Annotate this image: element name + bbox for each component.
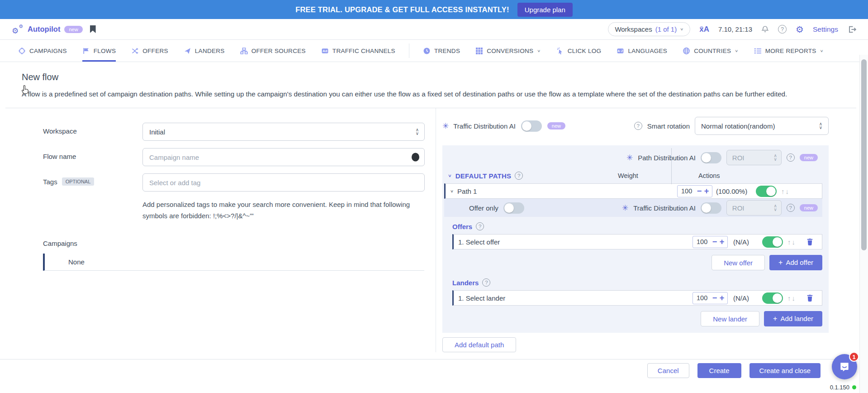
logout-button[interactable] — [847, 25, 856, 34]
tab-more-reports[interactable]: MORE REPORTS ∨ — [754, 40, 824, 62]
settings-gear-button[interactable]: ⚙ — [796, 25, 804, 34]
bookmark-icon[interactable] — [90, 25, 96, 33]
path-name: Path 1 — [457, 187, 477, 195]
create-and-close-button[interactable]: Create and close — [749, 363, 821, 378]
plus-icon[interactable]: + — [718, 238, 726, 246]
path-row[interactable]: ∨ Path 1 − + (100.00%) ↑ ↓ — [444, 183, 822, 199]
delete-offer-button[interactable] — [806, 238, 814, 246]
path-ai-toggle[interactable] — [701, 152, 721, 163]
add-lander-button[interactable]: +Add lander — [764, 311, 822, 326]
path-traffic-ai-toggle[interactable] — [701, 202, 721, 214]
new-offer-button[interactable]: New offer — [711, 255, 765, 270]
flow-name-indicator-dot[interactable] — [412, 153, 419, 162]
move-up-icon[interactable]: ↑ — [781, 187, 785, 195]
collapse-chevron-icon[interactable]: ∨ — [448, 173, 452, 178]
status-dot — [852, 385, 856, 389]
path-traffic-ai-roi-select[interactable]: ROI ∧∨ — [726, 200, 782, 216]
settings-link[interactable]: Settings — [813, 25, 838, 34]
scrollbar-track[interactable] — [859, 55, 868, 393]
weight-column-header: Weight — [618, 172, 638, 179]
select-stepper-icon: ∧∨ — [819, 122, 822, 129]
select-stepper-icon: ∧∨ — [773, 204, 777, 211]
move-up-icon[interactable]: ↑ — [787, 238, 791, 246]
lander-enabled-toggle[interactable] — [762, 292, 783, 304]
page-description: A flow is a predefined set of campaign d… — [22, 88, 836, 100]
offer-weight-input[interactable] — [695, 238, 711, 245]
traffic-ai-help-icon[interactable]: ? — [787, 204, 795, 212]
help-button[interactable]: ? — [778, 25, 787, 34]
tags-label: Tags OPTIONAL — [43, 173, 142, 192]
trial-banner-text: FREE TRIAL. UPGRADE & GET FULL ACCESS IN… — [295, 5, 509, 14]
move-up-icon[interactable]: ↑ — [787, 294, 791, 302]
tags-input[interactable] — [142, 173, 425, 192]
tab-countries[interactable]: COUNTRIES ∨ — [683, 40, 739, 62]
move-down-icon[interactable]: ↓ — [792, 238, 796, 246]
add-default-path-button[interactable]: Add default path — [442, 337, 516, 352]
offers-help-icon[interactable]: ? — [476, 222, 484, 230]
tab-campaigns[interactable]: CAMPAIGNS — [18, 40, 67, 62]
path-weight-input[interactable] — [679, 187, 696, 195]
tab-landers[interactable]: LANDERS — [184, 40, 225, 62]
workspace-select[interactable]: Initial — [142, 123, 425, 141]
tab-offer-sources[interactable]: OFFER SOURCES — [240, 40, 306, 62]
flow-name-input[interactable] — [142, 148, 425, 166]
delete-lander-button[interactable] — [806, 294, 814, 302]
nav-divider — [409, 43, 409, 58]
default-paths-help-icon[interactable]: ? — [515, 172, 523, 180]
sitemap-icon — [240, 47, 248, 55]
workspaces-count: (1 of 1) — [655, 25, 677, 33]
plus-icon[interactable]: + — [703, 187, 710, 195]
add-offer-button[interactable]: +Add offer — [769, 255, 822, 270]
translate-icon[interactable]: x̄A — [699, 25, 709, 34]
path-ai-help-icon[interactable]: ? — [787, 153, 795, 162]
offer-enabled-toggle[interactable] — [762, 236, 783, 248]
collapse-chevron-icon[interactable]: ∨ — [450, 189, 454, 193]
create-button[interactable]: Create — [697, 363, 741, 378]
move-down-icon[interactable]: ↓ — [792, 294, 796, 302]
traffic-ai-toggle[interactable] — [521, 120, 542, 132]
roi-value: ROI — [732, 204, 745, 212]
ai-icon: ✳ — [442, 122, 449, 130]
select-stepper-icon: ∧∨ — [416, 128, 419, 135]
select-stepper-icon: ∧∨ — [773, 154, 777, 161]
move-down-icon[interactable]: ↓ — [786, 187, 789, 195]
workspaces-selector[interactable]: Workspaces (1 of 1) ∨ — [608, 22, 690, 36]
minus-icon[interactable]: − — [711, 238, 718, 246]
minus-icon[interactable]: − — [711, 294, 718, 302]
trial-banner: FREE TRIAL. UPGRADE & GET FULL ACCESS IN… — [0, 0, 868, 19]
chat-widget-button[interactable]: 1 — [832, 354, 857, 379]
notifications-button[interactable] — [761, 25, 769, 33]
paper-plane-icon — [184, 47, 191, 55]
lander-weight-input[interactable] — [695, 294, 711, 302]
offer-only-toggle[interactable] — [503, 202, 524, 214]
autopilot-brand[interactable]: ⚙⚙ Autopilot new — [12, 24, 83, 35]
landers-help-icon[interactable]: ? — [482, 278, 490, 287]
lander-select-label[interactable]: 1. Select lander — [458, 294, 505, 302]
offer-select-label[interactable]: 1. Select offer — [458, 238, 500, 246]
tab-click-log[interactable]: CLICK LOG — [556, 40, 602, 62]
offer-row[interactable]: 1. Select offer − + (N/A) ↑ ↓ — [452, 234, 822, 249]
brand-new-badge: new — [64, 26, 82, 33]
tab-traffic-channels[interactable]: Ad TRAFFIC CHANNELS — [321, 40, 395, 62]
tab-trends[interactable]: TRENDS — [423, 40, 460, 62]
scrollbar-thumb[interactable] — [861, 59, 867, 250]
lander-row[interactable]: 1. Select lander − + (N/A) ↑ ↓ — [452, 290, 822, 306]
minus-icon[interactable]: − — [696, 187, 703, 195]
tab-languages[interactable]: A·Z LANGUAGES — [617, 40, 667, 62]
default-paths-title[interactable]: DEFAULT PATHS — [455, 172, 511, 180]
click-pointer-icon — [556, 47, 564, 55]
path-ai-roi-select[interactable]: ROI ∧∨ — [726, 150, 782, 165]
mouse-cursor — [21, 84, 30, 95]
column-divider — [671, 148, 672, 184]
tab-flows[interactable]: FLOWS — [82, 40, 116, 62]
smart-rotation-select[interactable]: Normal rotation(random) ∧∨ — [695, 117, 829, 135]
tab-conversions[interactable]: CONVERSIONS ∨ — [475, 40, 541, 62]
new-lander-button[interactable]: New lander — [701, 311, 759, 326]
plus-icon[interactable]: + — [718, 294, 726, 302]
upgrade-plan-button[interactable]: Upgrade plan — [517, 3, 573, 17]
brand-name: Autopilot — [28, 25, 60, 34]
tab-offers[interactable]: OFFERS — [131, 40, 168, 62]
smart-rotation-help-icon[interactable]: ? — [634, 122, 642, 130]
path-enabled-toggle[interactable] — [756, 186, 777, 197]
cancel-button[interactable]: Cancel — [647, 363, 689, 378]
